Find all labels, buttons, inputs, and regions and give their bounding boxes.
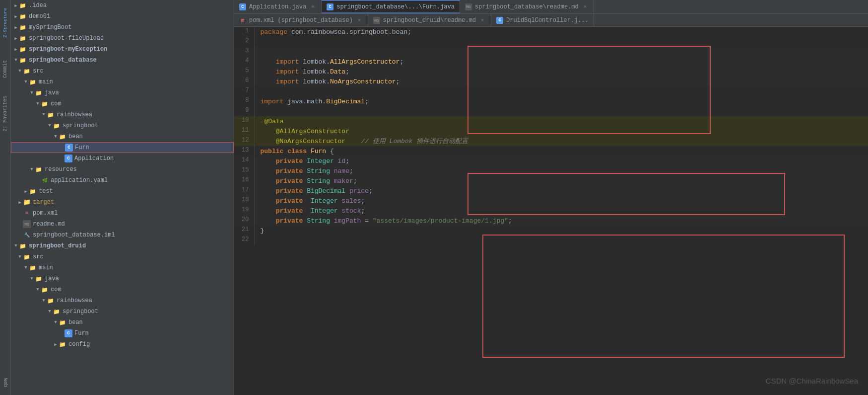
fold-10[interactable]: -	[261, 119, 264, 125]
tab-icon-furn: C	[239, 3, 246, 10]
tree-item-myexception[interactable]: ▶ 📁 springboot-myException	[11, 44, 234, 55]
line-21: 21 }	[234, 226, 868, 236]
tab-pom-xml[interactable]: m pom.xml (springboot_database) ×	[234, 14, 368, 27]
tree-item-furn2[interactable]: C Furn	[11, 328, 234, 339]
z-structure-tab[interactable]: Z-Structure	[2, 4, 9, 41]
line-content-3	[254, 47, 868, 57]
tree-item-application1[interactable]: C Application	[11, 153, 234, 164]
tree-item-fileupload[interactable]: ▶ 📁 springboot-fileUpload	[11, 33, 234, 44]
tree-item-com2[interactable]: ▼ 📁 com	[11, 284, 234, 295]
arrow-readmemd1	[17, 221, 23, 227]
tree-label-com1: com	[51, 100, 62, 107]
favorites-tab[interactable]: 2: Favorites	[1, 92, 9, 136]
tree-item-bean2[interactable]: ▼ 📁 bean	[11, 317, 234, 328]
tree-item-idea[interactable]: ▶ 📁 .idea	[11, 0, 234, 11]
arrow-config1: ▶	[53, 341, 59, 347]
line-5: 5 import lombok.Data;	[234, 67, 868, 77]
tree-item-java1[interactable]: ▼ 📁 java	[11, 87, 234, 98]
tree-item-springboot1[interactable]: ▼ 📁 springboot	[11, 120, 234, 131]
tree-label-furn1: Furn	[75, 144, 89, 151]
tree-label-springboot2: springboot	[63, 308, 98, 315]
tree-item-test1[interactable]: ▶ 📁 test	[11, 186, 234, 197]
tree-item-springboot2[interactable]: ▼ 📁 springboot	[11, 306, 234, 317]
tree-item-resources1[interactable]: ▼ 📁 resources	[11, 164, 234, 175]
tree-label-config1: config	[68, 341, 90, 348]
tree-item-furn1[interactable]: C Furn	[11, 142, 234, 153]
tree-item-rainbowsea2[interactable]: ▼ 📁 rainbowsea	[11, 295, 234, 306]
tree-item-pomxml1[interactable]: m pom.xml	[11, 208, 234, 219]
tree-item-java2[interactable]: ▼ 📁 java	[11, 273, 234, 284]
line-num-3: 3	[234, 47, 254, 57]
line-num-10: 10	[234, 116, 254, 126]
web-tab[interactable]: Web	[1, 374, 9, 391]
folder-icon-resources1: 📁	[35, 165, 43, 173]
tree-item-bean1[interactable]: ▼ 📁 bean	[11, 131, 234, 142]
tab-label-readme-db: springboot_database\readme.md	[475, 3, 579, 10]
arrow-springboot2: ▼	[47, 309, 53, 315]
tab-readme-db[interactable]: MD springboot_database\readme.md ×	[460, 0, 594, 13]
tab-icon-readme-druid: MD	[373, 17, 380, 24]
line-num-19: 19	[234, 206, 254, 216]
line-content-13: public class Furn {	[254, 146, 868, 156]
tree-item-database[interactable]: ▼ 📁 springboot_database	[11, 55, 234, 66]
tree-item-config1[interactable]: ▶ 📁 config	[11, 339, 234, 350]
tree-label-furn2: Furn	[74, 330, 89, 337]
line-content-9	[254, 106, 868, 116]
tree-item-main1[interactable]: ▼ 📁 main	[11, 77, 234, 87]
arrow-myspringboot: ▶	[13, 24, 19, 30]
tree-item-src1[interactable]: ▼ 📁 src	[11, 66, 234, 77]
folder-icon-druid: 📁	[19, 242, 27, 250]
commit-tab[interactable]: Commit	[1, 56, 9, 82]
tree-item-main2[interactable]: ▼ 📁 main	[11, 262, 234, 273]
arrow-src2: ▼	[17, 254, 23, 260]
tree-label-java1: java	[45, 89, 59, 96]
line-content-5: import lombok.Data;	[254, 67, 868, 77]
line-3: 3	[234, 47, 868, 57]
line-num-6: 6	[234, 77, 254, 86]
folder-icon-springboot2: 📁	[53, 308, 61, 316]
line-content-17: private BigDecimal price;	[254, 186, 868, 196]
line-content-15: private String name;	[254, 166, 868, 176]
xml-icon-pom: m	[23, 209, 31, 217]
arrow-com1: ▼	[35, 101, 41, 107]
folder-icon-database: 📁	[19, 56, 27, 64]
tree-label-rainbowsea2: rainbowsea	[57, 297, 92, 304]
tab-furn-java-active[interactable]: C springboot_database\...\Furn.java	[322, 0, 460, 13]
tab-readme-druid[interactable]: MD springboot_druid\readme.md ×	[368, 14, 491, 27]
tree-label-idea: .idea	[29, 2, 47, 9]
tree-item-target1[interactable]: ▶ 📁 target	[11, 197, 234, 208]
line-num-16: 16	[234, 176, 254, 186]
arrow-iml1	[17, 232, 23, 238]
arrow-bean2: ▼	[53, 319, 59, 325]
line-num-9: 9	[234, 106, 254, 116]
tree-item-appyaml[interactable]: 🌿 application.yaml	[11, 175, 234, 186]
code-editor[interactable]: 1 package com.rainbowsea.springboot.bean…	[234, 27, 868, 395]
tab-close-readme-db[interactable]: ×	[582, 3, 589, 10]
file-tree-panel: ▶ 📁 .idea ▶ 📁 demo01 ▶ 📁 mySpringBoot ▶ …	[11, 0, 234, 395]
tree-label-src1: src	[33, 68, 44, 75]
tree-item-com1[interactable]: ▼ 📁 com	[11, 98, 234, 109]
tab-close-pom[interactable]: ×	[356, 17, 363, 24]
line-content-8: import java.math.BigDecimal;	[254, 96, 868, 106]
tab-close-readme-druid[interactable]: ×	[479, 17, 486, 24]
line-content-22	[254, 236, 868, 245]
line-6: 6 import lombok.NoArgsConstructor;	[234, 77, 868, 86]
arrow-rainbowsea2: ▼	[41, 298, 47, 304]
tree-item-demo01[interactable]: ▶ 📁 demo01	[11, 11, 234, 22]
tab-druid-controller[interactable]: C DruidSqlController.j...	[491, 14, 594, 27]
tree-item-druid[interactable]: ▼ 📁 springboot_druid	[11, 240, 234, 251]
tree-item-iml1[interactable]: 🔧 springboot_database.iml	[11, 230, 234, 240]
tab-close-furn[interactable]: ×	[309, 3, 316, 10]
tree-label-test1: test	[39, 188, 53, 195]
tab-furn-java[interactable]: C Application.java ×	[234, 0, 322, 13]
tree-label-com2: com	[51, 286, 62, 293]
folder-icon-java1: 📁	[35, 89, 43, 97]
tree-label-springboot1: springboot	[63, 122, 98, 129]
tree-item-src2[interactable]: ▼ 📁 src	[11, 251, 234, 262]
tabs-row2: m pom.xml (springboot_database) × MD spr…	[234, 14, 868, 27]
tree-item-rainbowsea1[interactable]: ▼ 📁 rainbowsea	[11, 109, 234, 120]
tree-item-readmemd1[interactable]: MD readme.md	[11, 219, 234, 230]
line-num-5: 5	[234, 67, 254, 77]
line-12: 12 @NoArgsConstructor // 使用 Lombok 插件进行自…	[234, 136, 868, 146]
tree-item-myspringboot[interactable]: ▶ 📁 mySpringBoot	[11, 22, 234, 33]
